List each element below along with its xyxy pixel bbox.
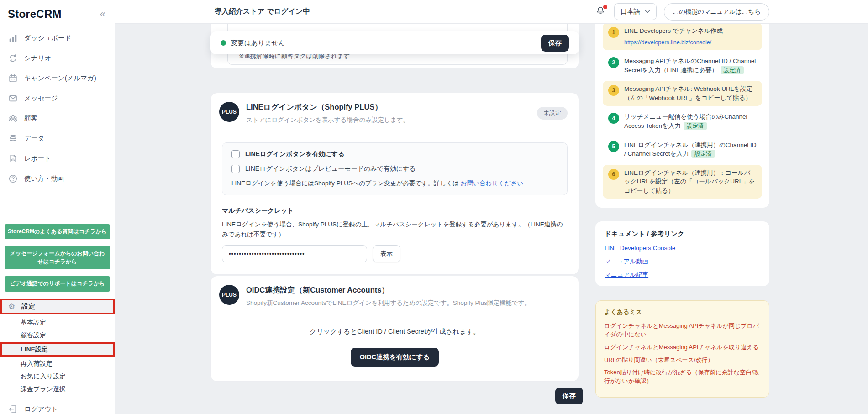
step-item-1: 1 LINE Developers でチャンネル作成 https://devel… (603, 24, 762, 50)
doc-link-row: LINE Developers Console (605, 238, 760, 252)
app-logo: StoreCRM (8, 8, 62, 21)
settings-label: 設定 (21, 302, 35, 311)
sidebar-item-billing-plan[interactable]: 課金プラン選択 (0, 383, 115, 396)
plan-note: LINEログインを使う場合にはShopify PLUSへのプラン変更が必要です。… (231, 179, 558, 188)
campaign-icon (8, 73, 18, 83)
topbar: 導入紹介ストア でログイン中 日本語 この機能のマニュアルはこちら (115, 0, 868, 24)
plan-note-text: LINEログインを使う場合にはShopify PLUSへのプラン変更が必要です。… (231, 180, 461, 187)
sidebar-item-label: シナリオ (24, 54, 51, 63)
customers-icon (8, 114, 18, 123)
docs-card-title: ドキュメント / 参考リンク (605, 230, 760, 238)
main-area: 導入紹介ストア でログイン中 日本語 この機能のマニュアルはこちら (115, 0, 868, 414)
notifications-button[interactable] (595, 6, 607, 18)
preview-mode-label: LINEログインボタンはプレビューモードのみで有効にする (245, 165, 416, 173)
line-login-card-header: PLUS LINEログインボタン（Shopify PLUS） ストアにログインボ… (211, 93, 579, 132)
mistake-item[interactable]: URLの貼り間違い（末尾スペース/改行） (604, 356, 761, 365)
line-developers-console-link[interactable]: https://developers.line.biz/console/ (624, 38, 711, 47)
line-login-card-title: LINEログインボタン（Shopify PLUS） (246, 102, 409, 112)
step-item-3: 3 Messaging APIチャネル: Webhook URLを設定（左の「W… (603, 81, 762, 106)
sidebar-item-data[interactable]: データ (0, 128, 115, 148)
sidebar-nav: ダッシュボード シナリオ キャンペーン(メルマガ) (0, 28, 115, 189)
step-text: Messaging APIチャネル: Webhook URLを設定（左の「Web… (624, 84, 757, 102)
sidebar-item-report[interactable]: レポート (0, 148, 115, 168)
sidebar-item-customers[interactable]: 顧客 (0, 108, 115, 128)
multipass-secret-input[interactable] (222, 245, 367, 262)
step-text: LINEログインチャネル（連携用）：コールバックURLを設定（左の「コールバック… (624, 168, 757, 195)
multipass-label: マルチパスシークレット (222, 207, 568, 215)
sidebar-item-label: ダッシュボード (24, 34, 72, 42)
language-selector[interactable]: 日本語 (614, 3, 657, 20)
sidebar-item-campaign[interactable]: キャンペーン(メルマガ) (0, 68, 115, 88)
mistake-item[interactable]: ログインチャネルとMessaging APIチャネルを取り違える (604, 343, 761, 352)
faq-button[interactable]: StoreCRMのよくある質問はコチラから (5, 224, 110, 239)
contact-form-button[interactable]: メッセージフォームからのお問い合わせはコチラから (5, 246, 110, 269)
manual-article-link[interactable]: マニュアル記事 (605, 272, 648, 278)
step-text: LINE Developers でチャンネル作成 https://develop… (624, 26, 757, 47)
oidc-card-subtitle: Shopify新Customer AccountsでLINEログインを利用するた… (246, 299, 531, 307)
bottom-save-button[interactable]: 保存 (555, 388, 583, 404)
plus-badge: PLUS (219, 102, 239, 122)
mistake-item[interactable]: ログインチャネルとMessaging APIチャネルが同じプロバイダの中にない (604, 322, 761, 339)
oidc-card-titles: OIDC連携設定（新Customer Accounts） Shopify新Cus… (246, 285, 531, 307)
sidebar-item-dashboard[interactable]: ダッシュボード (0, 28, 115, 48)
step-item-6: 6 LINEログインチャネル（連携用）：コールバックURLを設定（左の「コールバ… (603, 165, 762, 199)
report-icon (8, 154, 18, 163)
sidebar-item-line-settings[interactable]: LINE設定 (0, 342, 115, 357)
line-login-card-body: LINEログインボタンを有効にする LINEログインボタンはプレビューモードのみ… (211, 132, 579, 274)
login-checkbox-box: LINEログインボタンを有効にする LINEログインボタンはプレビューモードのみ… (222, 142, 568, 195)
sidebar-item-help[interactable]: 使い方・動画 (0, 168, 115, 189)
step-text: リッチメニュー配信を使う場合のみChannel Access Tokenを入力設… (624, 112, 757, 130)
enable-login-row[interactable]: LINEログインボタンを有効にする (231, 150, 558, 158)
notification-badge (603, 5, 607, 9)
doc-link-row: マニュアル記事 (605, 265, 760, 278)
oidc-card-body: クリックするとClient ID / Client Secretが生成されます。… (211, 315, 579, 381)
manual-link-button[interactable]: この機能のマニュアルはこちら (664, 3, 769, 21)
multipass-description: LINEログインを使う場合、Shopify PLUSに登録の上、マルチパスシーク… (222, 220, 568, 239)
scenario-icon (8, 53, 18, 63)
oidc-card: PLUS OIDC連携設定（新Customer Accounts） Shopif… (210, 276, 579, 382)
common-mistakes-card: よくあるミス ログインチャネルとMessaging APIチャネルが同じプロバイ… (595, 300, 769, 398)
step-number: 4 (608, 113, 619, 124)
enable-login-checkbox[interactable] (231, 150, 240, 158)
docs-card: ドキュメント / 参考リンク LINE Developers Console マ… (595, 221, 769, 286)
save-status-text: 変更はありません (231, 39, 285, 47)
sidebar-collapse-icon[interactable]: « (100, 9, 105, 19)
contact-link[interactable]: お問い合わせください (461, 180, 524, 187)
sidebar-item-label: 使い方・動画 (24, 174, 64, 183)
sidebar-item-customer-settings[interactable]: 顧客設定 (0, 329, 115, 342)
doc-link-row: マニュアル動画 (605, 252, 760, 265)
status-badge-done: 設定済 (721, 66, 744, 74)
sidebar-item-restock-settings[interactable]: 再入荷設定 (0, 357, 115, 370)
mistake-item[interactable]: Token貼り付け時に改行が混ざる（保存前に余計な空白/改行がないか確認） (604, 368, 761, 386)
oidc-enable-button[interactable]: OIDC連携を有効にする (351, 348, 439, 367)
oidc-generate-note: クリックするとClient ID / Client Secretが生成されます。 (222, 327, 568, 336)
save-button[interactable]: 保存 (541, 35, 569, 52)
oidc-card-header: PLUS OIDC連携設定（新Customer Accounts） Shopif… (211, 276, 579, 315)
sidebar-item-logout[interactable]: ログアウト (0, 401, 115, 414)
multipass-input-row: 表示 (222, 245, 568, 262)
preview-mode-checkbox[interactable] (231, 165, 240, 173)
sidebar-item-label: レポート (24, 154, 51, 163)
manual-video-link[interactable]: マニュアル動画 (605, 258, 648, 265)
language-label: 日本語 (621, 7, 641, 16)
step-text: LINEログインチャネル（連携用）のChannel ID / Channel S… (624, 141, 757, 158)
app: StoreCRM « ダッシュボード シナリオ (0, 0, 868, 414)
enable-login-label: LINEログインボタンを有効にする (245, 150, 345, 158)
line-developers-console-doc-link[interactable]: LINE Developers Console (605, 245, 675, 252)
setup-steps-card: 1 LINE Developers でチャンネル作成 https://devel… (595, 24, 769, 208)
show-secret-button[interactable]: 表示 (373, 245, 400, 262)
step-number: 6 (608, 169, 619, 180)
support-buttons: StoreCRMのよくある質問はコチラから メッセージフォームからのお問い合わせ… (0, 224, 115, 292)
sidebar-item-basic-settings[interactable]: 基本設定 (0, 316, 115, 329)
line-login-card-titles: LINEログインボタン（Shopify PLUS） ストアにログインボタンを表示… (246, 102, 409, 124)
sidebar-item-message[interactable]: メッセージ (0, 88, 115, 108)
dashboard-icon (8, 33, 18, 43)
preview-mode-row[interactable]: LINEログインボタンはプレビューモードのみで有効にする (231, 165, 558, 173)
sidebar-item-scenario[interactable]: シナリオ (0, 48, 115, 68)
video-support-button[interactable]: ビデオ通話でのサポートはコチラから (5, 276, 110, 291)
sidebar-item-label: データ (24, 134, 44, 143)
oidc-card-title: OIDC連携設定（新Customer Accounts） (246, 285, 531, 295)
sidebar-item-favorite-settings[interactable]: お気に入り設定 (0, 370, 115, 383)
step-number: 5 (608, 141, 619, 152)
sidebar-item-settings[interactable]: ⚙ 設定 (0, 299, 115, 314)
